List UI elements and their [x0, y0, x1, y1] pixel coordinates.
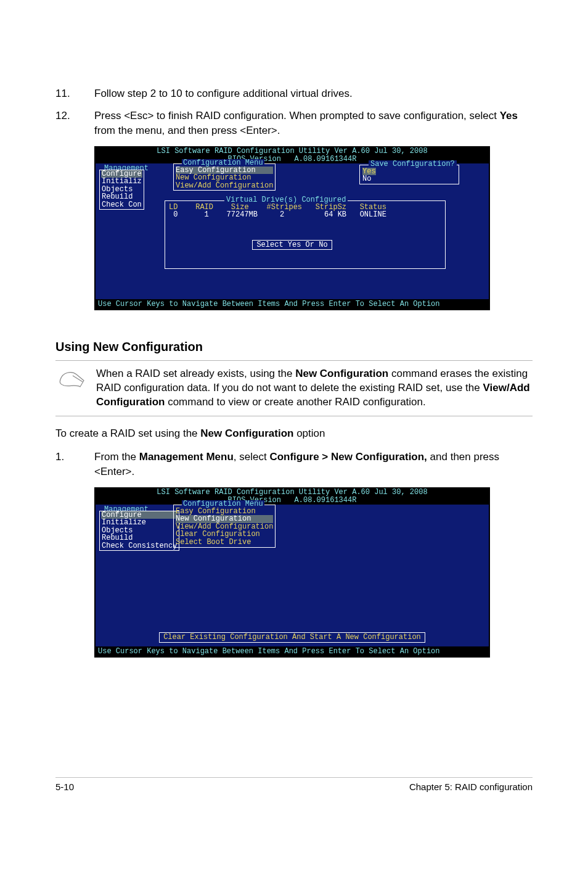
bios-footer: Use Cursor Keys to Navigate Between Item… — [96, 299, 489, 310]
bios-footer: Use Cursor Keys to Navigate Between Item… — [96, 646, 489, 657]
note-text: When a RAID set already exists, using th… — [96, 367, 533, 410]
config-menu-item[interactable]: View/Add Configuration — [176, 182, 273, 190]
menu-item[interactable]: Initialize — [101, 519, 178, 527]
section-heading: Using New Configuration — [55, 340, 533, 354]
virtual-drives-panel: Virtual Drive(s) Configured LD RAID Size… — [165, 200, 446, 269]
management-menu: Configure Initializ Objects Rebuild Chec… — [99, 170, 144, 210]
hint-row: Clear Existing Configuration And Start A… — [96, 632, 489, 643]
step-number: 12. — [55, 109, 94, 138]
page-number: 5-10 — [55, 782, 74, 792]
note-block: When a RAID set already exists, using th… — [55, 360, 533, 416]
menu-item[interactable]: Check Con — [101, 201, 142, 209]
management-menu: Configure Initialize Objects Rebuild Che… — [99, 511, 179, 551]
step-1: 1. From the Management Menu, select Conf… — [55, 450, 533, 479]
step-text: Follow step 2 to 10 to configure additio… — [94, 86, 533, 101]
save-no-option[interactable]: No — [362, 175, 371, 183]
step-text: From the Management Menu, select Configu… — [94, 450, 533, 479]
configuration-menu-title: Configuration Menu — [182, 500, 264, 508]
step-12: 12. Press <Esc> to finish RAID configura… — [55, 109, 533, 138]
bios-screenshot-2: LSI Software RAID Configuration Utility … — [94, 487, 490, 658]
chapter-label: Chapter 5: RAID configuration — [409, 782, 533, 792]
save-configuration-dialog: Save Configuration? Yes No — [359, 165, 459, 184]
intro-line: To create a RAID set using the New Confi… — [55, 426, 533, 441]
note-hand-icon — [55, 367, 96, 392]
step-11: 11. Follow step 2 to 10 to configure add… — [55, 86, 533, 101]
vd-title: Virtual Drive(s) Configured — [224, 196, 348, 204]
config-menu-item[interactable]: New Configuration — [176, 515, 273, 523]
menu-item[interactable]: Check Consistency — [101, 542, 178, 550]
step-number: 1. — [55, 450, 94, 479]
config-menu-item[interactable]: Select Boot Drive — [176, 538, 273, 547]
configuration-menu: Configuration Menu Easy Configuration Ne… — [173, 163, 276, 191]
step-text: Press <Esc> to finish RAID configuration… — [94, 109, 533, 138]
save-dialog-title: Save Configuration? — [369, 160, 457, 168]
page-footer: 5-10 Chapter 5: RAID configuration — [55, 777, 533, 792]
bios-screenshot-1: LSI Software RAID Configuration Utility … — [94, 146, 490, 310]
step-number: 11. — [55, 86, 94, 101]
configuration-menu-title: Configuration Menu — [182, 159, 264, 167]
configuration-menu: Configuration Menu Easy Configuration Ne… — [173, 505, 276, 548]
menu-item[interactable]: Initializ — [101, 178, 142, 186]
vd-data-row: 0 1 77247MB 2 64 KB ONLINE — [169, 211, 441, 219]
bios-title-line2: BIOS Version A.08.09161344R — [96, 497, 489, 505]
hint-box: Clear Existing Configuration And Start A… — [159, 632, 425, 643]
config-menu-item[interactable]: New Configuration — [176, 174, 273, 182]
